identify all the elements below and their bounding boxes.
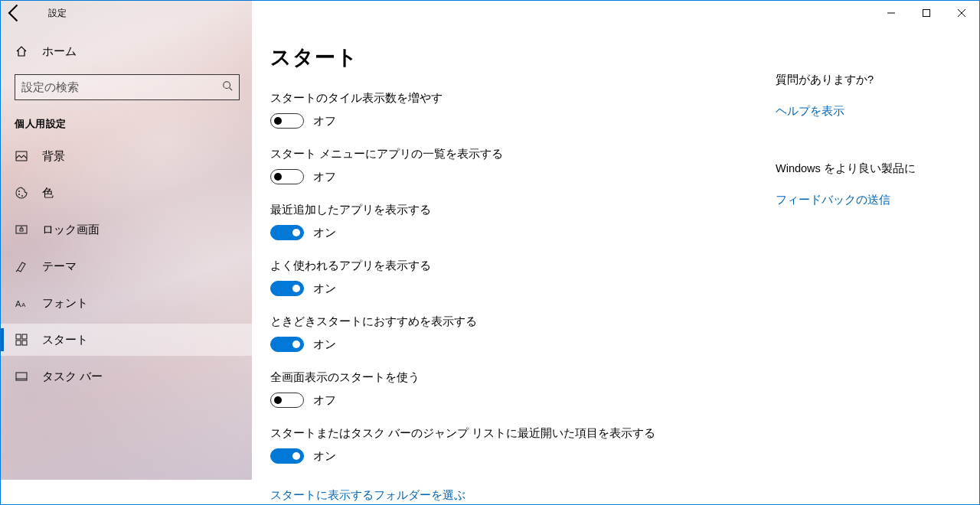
sidebar-item-label: ホーム — [42, 44, 77, 59]
fonts-icon: AA — [15, 297, 28, 309]
toggle-state-label: オフ — [313, 170, 336, 184]
minimize-button[interactable] — [874, 1, 909, 25]
sidebar-item-label: テーマ — [42, 259, 77, 274]
toggle-fullscreen[interactable] — [270, 393, 304, 408]
setting-recent_apps: 最近追加したアプリを表示するオン — [270, 203, 760, 240]
svg-rect-9 — [20, 229, 23, 231]
toggle-state-label: オン — [313, 282, 336, 296]
toggle-state-label: オフ — [313, 114, 336, 129]
svg-rect-15 — [16, 340, 21, 345]
taskbar-icon — [15, 370, 28, 383]
setting-label: スタートのタイル表示数を増やす — [270, 91, 760, 106]
maximize-button[interactable] — [909, 1, 944, 25]
search-box[interactable] — [15, 74, 240, 100]
search-input[interactable] — [21, 81, 222, 93]
sidebar-item-background[interactable]: 背景 — [1, 140, 252, 172]
toggle-state-label: オフ — [313, 393, 336, 408]
svg-rect-16 — [22, 340, 27, 345]
setting-label: ときどきスタートにおすすめを表示する — [270, 314, 760, 329]
search-icon — [222, 80, 233, 94]
sidebar-item-home[interactable]: ホーム — [1, 36, 252, 67]
page-title: スタート — [270, 44, 760, 71]
setting-suggestions: ときどきスタートにおすすめを表示するオン — [270, 314, 760, 352]
setting-more_tiles: スタートのタイル表示数を増やすオフ — [270, 91, 760, 129]
window-title: 設定 — [48, 7, 67, 20]
sidebar-item-label: 背景 — [42, 149, 65, 164]
toggle-state-label: オン — [313, 449, 336, 464]
body: ホーム 個人用設定 背景色ロック画面テーマAAフォントスタートタスク バー — [1, 25, 979, 504]
question-title: 質問がありますか? — [776, 73, 964, 87]
setting-label: よく使われるアプリを表示する — [270, 259, 760, 273]
improve-title: Windows をより良い製品に — [776, 161, 964, 176]
sidebar-item-label: 色 — [42, 186, 54, 200]
svg-point-2 — [224, 82, 230, 89]
svg-text:A: A — [21, 301, 26, 308]
sidebar-item-fonts[interactable]: AAフォント — [1, 287, 252, 319]
search-wrap — [15, 74, 241, 100]
svg-line-3 — [230, 88, 233, 91]
background-icon — [15, 150, 28, 162]
setting-label: 全画面表示のスタートを使う — [270, 370, 760, 385]
main: スタート スタートのタイル表示数を増やすオフスタート メニューにアプリの一覧を表… — [252, 25, 979, 504]
svg-point-6 — [18, 194, 20, 195]
setting-label: スタート メニューにアプリの一覧を表示する — [270, 147, 760, 161]
svg-rect-14 — [22, 334, 27, 339]
svg-point-5 — [18, 191, 20, 192]
toggle-recent_apps[interactable] — [270, 225, 304, 240]
start-icon — [15, 334, 28, 346]
sidebar-item-label: タスク バー — [42, 370, 103, 384]
sidebar-item-taskbar[interactable]: タスク バー — [1, 360, 252, 393]
right-panel: 質問がありますか? ヘルプを表示 Windows をより良い製品に フィードバッ… — [776, 44, 964, 504]
svg-line-10 — [16, 270, 18, 272]
toggle-state-label: オン — [313, 337, 336, 352]
sidebar-item-start[interactable]: スタート — [1, 324, 252, 356]
sidebar: ホーム 個人用設定 背景色ロック画面テーマAAフォントスタートタスク バー — [1, 1, 252, 480]
setting-label: 最近追加したアプリを表示する — [270, 203, 760, 217]
themes-icon — [15, 260, 28, 272]
close-button[interactable] — [944, 1, 979, 25]
toggle-app_list[interactable] — [270, 169, 304, 184]
choose-folders-link[interactable]: スタートに表示するフォルダーを選ぶ — [270, 488, 466, 503]
sidebar-item-themes[interactable]: テーマ — [1, 250, 252, 282]
setting-app_list: スタート メニューにアプリの一覧を表示するオフ — [270, 147, 760, 184]
titlebar: 設定 — [1, 1, 979, 25]
content: スタート スタートのタイル表示数を増やすオフスタート メニューにアプリの一覧を表… — [270, 44, 760, 504]
toggle-most_used[interactable] — [270, 281, 304, 296]
svg-rect-1 — [923, 10, 930, 17]
setting-most_used: よく使われるアプリを表示するオン — [270, 259, 760, 296]
home-icon — [15, 45, 28, 57]
svg-rect-4 — [16, 152, 27, 161]
svg-point-7 — [21, 195, 23, 197]
feedback-link[interactable]: フィードバックの送信 — [776, 193, 890, 207]
setting-jumplists: スタートまたはタスク バーのジャンプ リストに最近開いた項目を表示するオン — [270, 426, 760, 464]
help-link[interactable]: ヘルプを表示 — [776, 104, 844, 119]
setting-fullscreen: 全画面表示のスタートを使うオフ — [270, 370, 760, 408]
sidebar-item-label: フォント — [42, 296, 88, 311]
lock-icon — [15, 223, 28, 236]
toggle-more_tiles[interactable] — [270, 113, 304, 129]
sidebar-item-colors[interactable]: 色 — [1, 177, 252, 209]
sidebar-item-label: ロック画面 — [42, 223, 100, 237]
setting-label: スタートまたはタスク バーのジャンプ リストに最近開いた項目を表示する — [270, 426, 760, 441]
sidebar-group-title: 個人用設定 — [1, 106, 252, 135]
sidebar-item-label: スタート — [42, 333, 88, 347]
svg-text:A: A — [15, 299, 21, 308]
settings-window: 設定 ホーム — [0, 0, 980, 505]
sidebar-item-lock[interactable]: ロック画面 — [1, 213, 252, 246]
toggle-jumplists[interactable] — [270, 448, 304, 464]
colors-icon — [15, 187, 28, 199]
svg-rect-13 — [16, 334, 21, 339]
back-button[interactable] — [4, 4, 25, 22]
toggle-state-label: オン — [313, 226, 336, 240]
toggle-suggestions[interactable] — [270, 337, 304, 352]
